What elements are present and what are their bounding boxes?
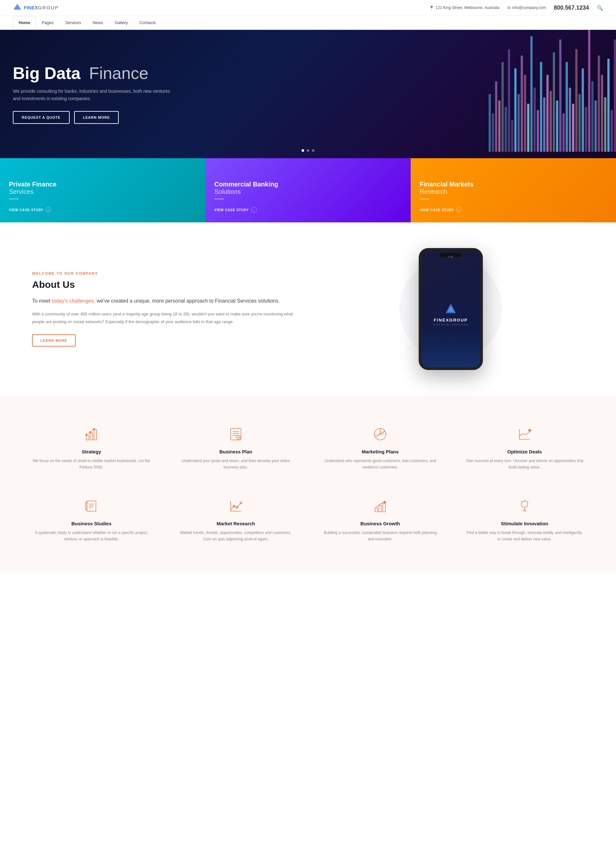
svg-point-8 bbox=[90, 432, 91, 433]
hero-section: Big Data Finance We provide consulting f… bbox=[0, 30, 616, 158]
nav-item-news[interactable]: News bbox=[87, 16, 109, 30]
about-learn-more-button[interactable]: LEARN MORE bbox=[32, 334, 76, 347]
phone-bottom-overlay bbox=[421, 329, 480, 367]
service-name-business-plan: Business Plan bbox=[176, 449, 295, 454]
service-business-studies: Business Studies A systematic study to u… bbox=[26, 490, 157, 549]
service-name-innovation: Stimulate Innovation bbox=[465, 521, 584, 526]
phone-screen: FINEXGROUP FINANCIAL SERVICES bbox=[433, 302, 469, 326]
svg-rect-6 bbox=[94, 430, 96, 440]
nav-item-gallery[interactable]: Gallery bbox=[109, 16, 134, 30]
logo-icon bbox=[13, 3, 22, 12]
email-icon: ✉ bbox=[507, 6, 511, 10]
services-row-1: Strategy We focus on the needs of small … bbox=[26, 418, 590, 477]
svg-rect-31 bbox=[383, 503, 385, 512]
panel-link-circle-1: › bbox=[45, 207, 51, 213]
panel-title-3: Financial Markets Research bbox=[420, 180, 607, 195]
svg-rect-10 bbox=[231, 429, 241, 440]
nav-item-services[interactable]: Services bbox=[59, 16, 87, 30]
market-research-icon bbox=[226, 496, 245, 516]
svg-point-14 bbox=[236, 436, 240, 439]
hero-subtitle: We provide consulting for banks, industr… bbox=[13, 87, 173, 102]
service-desc-marketing: Understand who represents good customers… bbox=[321, 458, 440, 471]
service-strategy: Strategy We focus on the needs of small … bbox=[26, 418, 157, 477]
hero-dots bbox=[302, 149, 314, 152]
panel-link-1[interactable]: VIEW CASE STUDY › bbox=[9, 207, 196, 213]
phone-mockup: 9:30 FINEXGROUP FINANCIAL SERVICES bbox=[419, 248, 483, 370]
service-innovation: Stimulate Innovation Find a better way t… bbox=[459, 490, 590, 549]
dot-2[interactable] bbox=[307, 149, 309, 152]
request-quote-button[interactable]: REQUEST A QUOTE bbox=[13, 111, 70, 124]
service-desc-strategy: We focus on the needs of small to middle… bbox=[32, 458, 151, 471]
svg-line-38 bbox=[521, 501, 521, 502]
panel-title-2: Commercial Banking Solutions bbox=[214, 180, 402, 195]
address-item: 📍 121 King Street, Melbourne, Australia bbox=[429, 6, 500, 10]
phone-status-bar: 9:30 bbox=[421, 253, 480, 259]
phone-brand-name: FINEXGROUP bbox=[434, 318, 468, 322]
service-business-plan: Business Plan Understand your goals and … bbox=[170, 418, 302, 477]
email-text: info@company.com bbox=[512, 6, 546, 10]
svg-point-33 bbox=[521, 501, 528, 507]
service-desc-growth: Building a successful, sustainable busin… bbox=[321, 529, 440, 543]
service-marketing: Marketing Plans Understand who represent… bbox=[314, 418, 446, 477]
nav-item-contacts[interactable]: Contacts bbox=[134, 16, 162, 30]
about-lead: To meet today's challenges, we've create… bbox=[32, 296, 298, 305]
panel-line-3 bbox=[420, 198, 429, 199]
location-icon: 📍 bbox=[429, 6, 434, 10]
svg-point-7 bbox=[86, 434, 87, 436]
dot-1[interactable] bbox=[302, 149, 304, 152]
strategy-icon bbox=[82, 424, 101, 444]
svg-line-39 bbox=[528, 501, 529, 502]
about-body: With a community of over 400 million use… bbox=[32, 310, 298, 325]
service-market-research: Market Research Market trends, threats, … bbox=[170, 490, 302, 549]
address-text: 121 King Street, Melbourne, Australia bbox=[436, 6, 500, 10]
business-studies-icon bbox=[82, 496, 101, 516]
business-plan-icon bbox=[226, 424, 245, 444]
service-desc-innovation: Find a better way to break through. Inno… bbox=[465, 529, 584, 543]
service-optimize: Optimize Deals Own success at every turn… bbox=[459, 418, 590, 477]
optimize-icon bbox=[515, 424, 534, 444]
nav-bar: Home Pages Services News Gallery Contact… bbox=[0, 16, 616, 30]
search-icon[interactable]: 🔍 bbox=[597, 5, 603, 11]
about-tag: WELCOME TO OUR COMPANY bbox=[32, 272, 298, 275]
nav-item-home[interactable]: Home bbox=[13, 16, 36, 29]
hero-buttons: REQUEST A QUOTE LEARN MORE bbox=[13, 111, 173, 124]
nav-item-pages[interactable]: Pages bbox=[36, 16, 59, 30]
top-bar-contact: 📍 121 King Street, Melbourne, Australia … bbox=[429, 5, 603, 11]
panel-financial-markets: Financial Markets Research VIEW CASE STU… bbox=[411, 158, 616, 223]
service-name-business-studies: Business Studies bbox=[32, 521, 151, 526]
innovation-icon bbox=[515, 496, 534, 516]
hero-content: Big Data Finance We provide consulting f… bbox=[13, 64, 173, 124]
service-name-marketing: Marketing Plans bbox=[321, 449, 440, 454]
hero-visual bbox=[277, 30, 616, 158]
svg-rect-29 bbox=[375, 508, 378, 512]
svg-rect-23 bbox=[86, 502, 87, 510]
panel-link-2[interactable]: VIEW CASE STUDY › bbox=[214, 207, 402, 213]
svg-line-17 bbox=[380, 431, 385, 434]
panel-line-1 bbox=[9, 198, 19, 199]
about-title: About Us bbox=[32, 279, 298, 290]
service-growth: Business Growth Building a successful, s… bbox=[314, 490, 446, 549]
service-desc-business-studies: A systematic study to understand whether… bbox=[32, 529, 151, 543]
about-content: WELCOME TO OUR COMPANY About Us To meet … bbox=[32, 272, 298, 347]
marketing-icon bbox=[371, 424, 390, 444]
about-section: WELCOME TO OUR COMPANY About Us To meet … bbox=[0, 223, 616, 395]
service-desc-business-plan: Understand your goals and vision, and th… bbox=[176, 458, 295, 471]
learn-more-button[interactable]: LEARN MORE bbox=[74, 111, 119, 124]
panel-line-2 bbox=[214, 198, 224, 199]
dot-3[interactable] bbox=[312, 149, 314, 152]
svg-rect-5 bbox=[90, 433, 93, 440]
growth-icon bbox=[371, 496, 390, 516]
phone-logo-icon bbox=[444, 302, 457, 315]
services-row-2: Business Studies A systematic study to u… bbox=[26, 490, 590, 549]
svg-rect-30 bbox=[379, 505, 382, 512]
logo-text: FINEXGROUP bbox=[24, 5, 59, 11]
panel-title-1: Private Finance Services bbox=[9, 180, 196, 195]
email-item: ✉ info@company.com bbox=[507, 6, 546, 10]
panel-link-circle-2: › bbox=[251, 207, 257, 213]
svg-point-9 bbox=[93, 429, 95, 430]
service-name-strategy: Strategy bbox=[32, 449, 151, 454]
logo: FINEXGROUP bbox=[13, 3, 59, 12]
panel-link-3[interactable]: VIEW CASE STUDY › bbox=[420, 207, 607, 213]
svg-rect-4 bbox=[86, 436, 89, 440]
feature-panels: Private Finance Services VIEW CASE STUDY… bbox=[0, 158, 616, 223]
